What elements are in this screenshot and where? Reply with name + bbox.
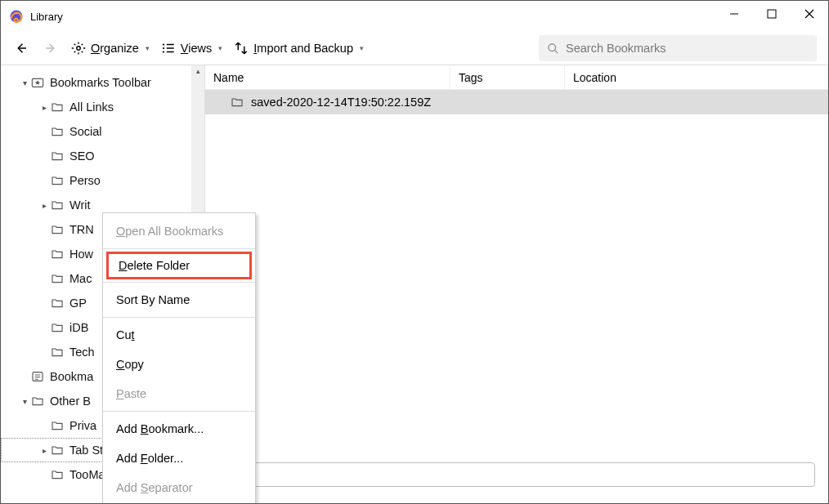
detail-pane [205,451,828,503]
svg-point-7 [77,47,81,51]
tree-node[interactable]: SEO [1,144,204,168]
folder-icon [50,100,65,114]
svg-point-8 [163,43,164,45]
tree-node[interactable]: Perso [1,168,204,193]
folder-icon [50,271,65,286]
folder-icon [50,173,65,188]
svg-point-14 [549,43,556,51]
folder-icon [50,467,65,482]
toolbar: Organize▾ Views▾ Import and Backup▾ Sear… [1,32,828,65]
search-input[interactable]: Search Bookmarks [539,35,817,61]
svg-point-9 [163,47,164,49]
svg-point-10 [163,51,164,52]
ctx-paste: Paste [103,379,255,408]
search-icon [547,42,559,55]
scroll-up-icon[interactable]: ▴ [196,67,200,78]
column-name[interactable]: Name [205,65,450,89]
tree-node-bookmarks-toolbar[interactable]: ▾Bookmarks Toolbar [1,70,204,95]
bookmarks-menu-icon [30,369,45,384]
svg-rect-2 [768,10,776,18]
ctx-copy[interactable]: Copy [103,350,255,379]
folder-icon [50,198,65,212]
context-menu: Open All Bookmarks Delete Folder Sort By… [102,212,256,504]
back-button[interactable] [12,39,30,57]
svg-line-15 [554,50,558,53]
ctx-cut[interactable]: Cut [103,320,255,350]
gear-icon [71,41,86,56]
minimize-button[interactable] [715,1,753,27]
column-tags[interactable]: Tags [450,65,565,89]
folder-icon [50,296,65,310]
window-title: Library [30,11,63,23]
import-backup-menu[interactable]: Import and Backup▾ [234,41,364,56]
tree-node[interactable]: ▸All Links [1,95,204,119]
folder-icon [50,418,65,433]
ctx-sort-by-name[interactable]: Sort By Name [103,285,255,314]
maximize-button[interactable] [753,1,791,27]
star-folder-icon [30,75,45,90]
column-location[interactable]: Location [565,65,828,89]
folder-icon [50,320,65,335]
folder-icon [30,394,45,408]
list-row-name: saved-2020-12-14T19:50:22.159Z [251,96,431,109]
search-placeholder: Search Bookmarks [566,42,666,55]
import-export-icon [234,41,249,56]
ctx-add-bookmark[interactable]: Add Bookmark... [103,414,255,444]
main-pane: Name Tags Location saved-2020-12-14T19:5… [204,65,828,503]
folder-icon [50,124,65,139]
tree-node[interactable]: Social [1,119,204,144]
name-field[interactable] [218,462,815,487]
firefox-icon [9,9,24,24]
ctx-add-folder[interactable]: Add Folder... [103,444,255,473]
folder-icon [50,443,65,457]
folder-icon [50,222,65,237]
folder-icon [230,95,244,109]
list-icon [161,41,176,56]
folder-icon [50,247,65,261]
titlebar: Library [1,1,828,32]
column-headers: Name Tags Location [205,65,828,90]
ctx-delete-folder[interactable]: Delete Folder [106,252,252,279]
list-row[interactable]: saved-2020-12-14T19:50:22.159Z [205,90,828,114]
folder-icon [50,345,65,359]
ctx-open-all: Open All Bookmarks [103,216,255,246]
forward-button[interactable] [42,39,60,57]
folder-icon [50,149,65,163]
ctx-add-separator: Add Separator [103,473,255,502]
views-menu[interactable]: Views▾ [161,41,222,56]
organize-menu[interactable]: Organize▾ [71,41,150,56]
close-button[interactable] [791,1,828,27]
